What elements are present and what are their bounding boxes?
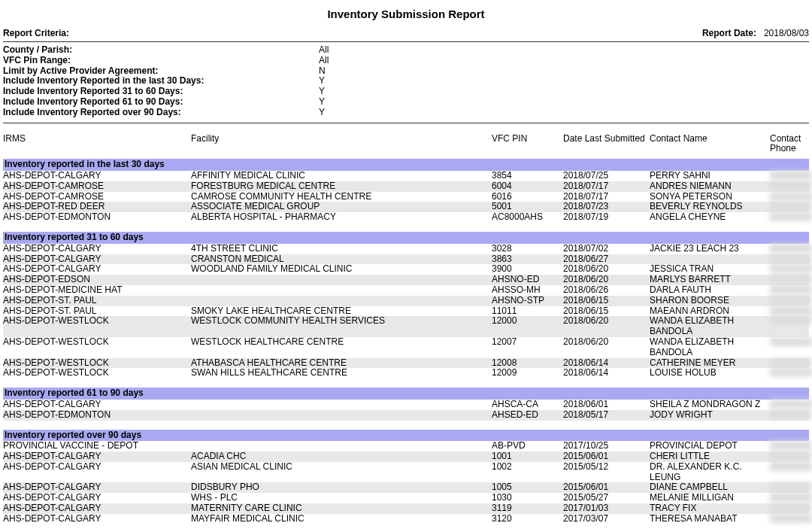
- facility-cell: ALBERTA HOSPITAL - PHARMACY: [191, 212, 492, 223]
- irms-cell: AHS-DEPOT-CALGARY: [3, 244, 191, 254]
- redacted-phone: [770, 514, 812, 523]
- group-spacer: [3, 223, 809, 232]
- irms-cell: AHS-DEPOT-WESTLOCK: [3, 368, 191, 378]
- contact-name-cell: MELANIE MILLIGAN: [650, 493, 770, 503]
- contact-phone-cell: [770, 285, 812, 296]
- irms-cell: AHS-DEPOT-ST. PAUL: [3, 296, 191, 306]
- redacted-phone: [770, 264, 812, 273]
- redacted-phone: [770, 400, 812, 409]
- vfc-pin-cell: 3854: [492, 171, 563, 181]
- facility-cell: SWAN HILLS HEALTHCARE CENTRE: [191, 368, 492, 378]
- group-spacer: [3, 524, 809, 532]
- criteria-label: Include Inventory Reported 61 to 90 Days…: [3, 97, 319, 108]
- vfc-pin-cell: 6004: [492, 181, 563, 192]
- column-headers: IRMS Facility VFC PIN Date Last Submitte…: [3, 126, 809, 160]
- table-row: AHS-DEPOT-CALGARYAFFINITY MEDICAL CLINIC…: [3, 171, 809, 181]
- criteria-row: Include Inventory Reported over 90 Days:…: [3, 108, 809, 118]
- col-date-last: Date Last Submitted: [563, 134, 650, 155]
- criteria-value: Y: [319, 97, 469, 108]
- contact-phone-cell: [770, 514, 812, 524]
- contact-phone-cell: [770, 202, 812, 212]
- col-facility: Facility: [191, 134, 492, 155]
- date-cell: 2018/06/20: [563, 337, 650, 358]
- criteria-value: All: [319, 56, 469, 66]
- vfc-pin-cell: 3863: [492, 254, 563, 265]
- contact-name-cell: SHEILA Z MONDRAGON Z: [650, 400, 770, 410]
- contact-phone-cell: [770, 264, 812, 275]
- facility-cell: WESTLOCK COMMUNITY HEALTH SERVICES: [191, 316, 492, 337]
- vfc-pin-cell: AHSCA-CA: [492, 400, 563, 410]
- facility-cell: FORESTBURG MEDICAL CENTRE: [191, 181, 492, 192]
- facility-cell: [191, 410, 492, 421]
- contact-name-cell: JACKIE 23 LEACH 23: [650, 244, 770, 254]
- data-groups: Inventory reported in the last 30 daysAH…: [3, 159, 809, 532]
- contact-name-cell: DR. ALEXANDER K.C. LEUNG: [650, 462, 770, 483]
- criteria-label: Limit by Active Provider Agreement:: [3, 66, 319, 77]
- divider-bottom: [3, 123, 809, 123]
- irms-cell: AHS-DEPOT-ST. PAUL: [3, 306, 191, 317]
- redacted-phone: [770, 285, 812, 294]
- vfc-pin-cell: 11011: [492, 306, 563, 317]
- date-cell: 2018/06/20: [563, 316, 650, 337]
- contact-phone-cell: [770, 410, 812, 421]
- date-cell: 2018/06/20: [563, 275, 650, 285]
- contact-phone-cell: [770, 503, 812, 514]
- contact-phone-cell: [770, 254, 812, 265]
- redacted-phone: [770, 441, 812, 450]
- report-date-value: 2018/08/03: [764, 28, 809, 38]
- date-cell: 2017/03/07: [563, 514, 650, 524]
- contact-phone-cell: [770, 400, 812, 410]
- report-date-wrap: Report Date: 2018/08/03: [702, 28, 809, 38]
- vfc-pin-cell: 12008: [492, 358, 563, 369]
- criteria-label: Include Inventory Reported in the last 3…: [3, 76, 319, 87]
- contact-name-cell: DARLA FAUTH: [650, 285, 770, 296]
- vfc-pin-cell: AHSNO-STP: [492, 296, 563, 306]
- redacted-phone: [770, 503, 812, 512]
- date-cell: 2018/07/02: [563, 244, 650, 254]
- date-cell: 2015/05/12: [563, 462, 650, 483]
- facility-cell: ASSOCIATE MEDICAL GROUP: [191, 202, 492, 212]
- vfc-pin-cell: 3120: [492, 514, 563, 524]
- vfc-pin-cell: AB-PVD: [492, 441, 563, 451]
- contact-name-cell: JODY WRIGHT: [650, 410, 770, 421]
- contact-name-cell: JESSICA TRAN: [650, 264, 770, 275]
- contact-name-cell: ANGELA CHEYNE: [650, 212, 770, 223]
- criteria-value: Y: [319, 76, 469, 87]
- criteria-row: Include Inventory Reported 61 to 90 Days…: [3, 97, 809, 108]
- vfc-pin-cell: 12009: [492, 368, 563, 378]
- contact-name-cell: WANDA ELIZABETH BANDOLA: [650, 316, 770, 337]
- divider-top: [3, 41, 809, 42]
- irms-cell: AHS-DEPOT-CALGARY: [3, 254, 191, 265]
- irms-cell: AHS-DEPOT-RED DEER: [3, 202, 191, 212]
- vfc-pin-cell: 12007: [492, 337, 563, 358]
- date-cell: 2015/05/27: [563, 493, 650, 503]
- irms-cell: AHS-DEPOT-MEDICINE HAT: [3, 285, 191, 296]
- vfc-pin-cell: 5001: [492, 202, 563, 212]
- facility-cell: MATERNITY CARE CLINIC: [191, 503, 492, 514]
- contact-phone-cell: [770, 296, 812, 306]
- contact-name-cell: ANDRES NIEMANN: [650, 181, 770, 192]
- table-row: AHS-DEPOT-EDSONAHSNO-ED2018/06/20MARLYS …: [3, 275, 809, 285]
- table-row: AHS-DEPOT-CALGARYDIDSBURY PHO10052015/06…: [3, 482, 809, 493]
- contact-phone-cell: [770, 451, 812, 462]
- vfc-pin-cell: 3028: [492, 244, 563, 254]
- table-row: AHS-DEPOT-CALGARYWOODLAND FAMILY MEDICAL…: [3, 264, 809, 275]
- redacted-phone: [770, 368, 812, 377]
- contact-phone-cell: [770, 493, 812, 503]
- irms-cell: AHS-DEPOT-CALGARY: [3, 264, 191, 275]
- facility-cell: [191, 285, 492, 296]
- irms-cell: AHS-DEPOT-WESTLOCK: [3, 358, 191, 369]
- facility-cell: [191, 400, 492, 410]
- contact-phone-cell: [770, 192, 812, 202]
- facility-cell: [191, 441, 492, 451]
- table-row: AHS-DEPOT-CALGARYMAYFAIR MEDICAL CLINIC3…: [3, 514, 809, 524]
- irms-cell: AHS-DEPOT-CALGARY: [3, 514, 191, 524]
- table-row: AHS-DEPOT-CAMROSECAMROSE COMMUNITY HEALT…: [3, 192, 809, 202]
- group-header: Inventory reported in the last 30 days: [3, 159, 809, 171]
- vfc-pin-cell: 1001: [492, 451, 563, 462]
- irms-cell: AHS-DEPOT-EDMONTON: [3, 410, 191, 421]
- date-cell: 2018/06/15: [563, 306, 650, 317]
- report-page: Inventory Submission Report Report Crite…: [0, 0, 812, 532]
- redacted-phone: [770, 462, 812, 471]
- irms-cell: AHS-DEPOT-CALGARY: [3, 171, 191, 181]
